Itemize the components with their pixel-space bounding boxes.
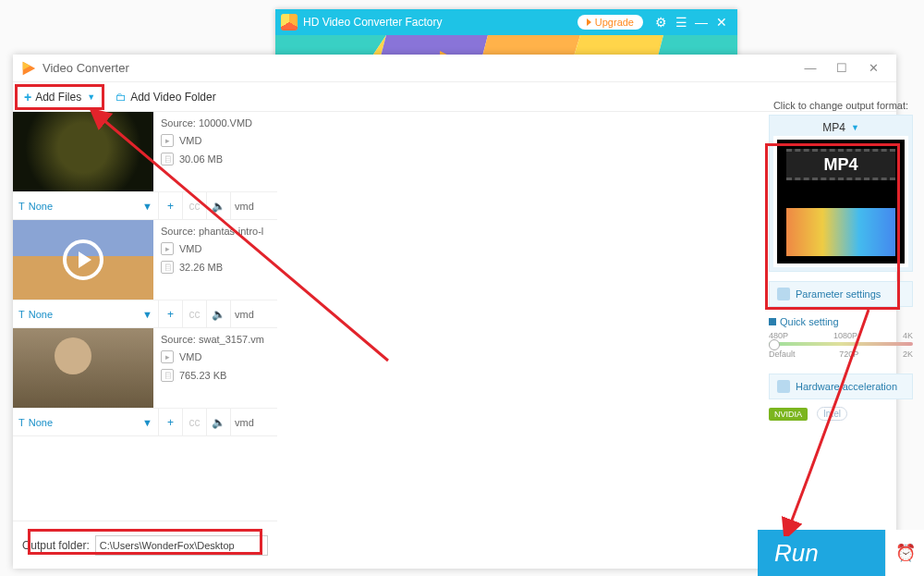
minimize-icon[interactable]: — [691,12,711,32]
output-format-card[interactable]: MP4▼ MP4 [769,115,913,272]
intel-badge: Intel [817,407,847,421]
chevron-down-icon: ▼ [87,92,95,102]
file-format: VMD [179,351,201,362]
file-item: Source: phantas-intro-l ▸VMD ⌸32.26 MB T… [13,220,277,328]
add-files-button[interactable]: + Add Files ▼ [17,86,103,108]
source-label: Source: phantas-intro-l [161,226,272,237]
add-files-label: Add Files [35,91,81,104]
schedule-clock-button[interactable]: ⏰ [885,530,924,576]
cc-button[interactable]: cc [183,409,207,435]
chevron-down-icon: ▼ [142,309,152,320]
add-folder-label: Add Video Folder [130,91,216,104]
chevron-down-icon: ▼ [851,123,859,132]
chevron-down-icon: ▼ [142,201,152,212]
play-icon [63,239,103,280]
main-title: HD Video Converter Factory [303,16,578,29]
output-footer: Output folder: C:\Users\WonderFox\Deskto… [13,521,277,569]
storage-icon: ⌸ [161,369,174,382]
format-preview-image [786,208,895,256]
output-panel: Click to change output format: MP4▼ MP4 … [769,100,913,567]
close-button[interactable]: ✕ [857,57,889,80]
settings-gear-icon[interactable]: ⚙ [650,12,671,32]
audio-icon[interactable]: 🔈 [207,409,231,435]
close-icon[interactable]: ✕ [711,12,732,32]
output-format-name: MP4 [822,121,845,134]
format-icon: ▸ [161,242,174,255]
subtitle-selector[interactable]: TNone▼ [13,300,159,327]
chip-icon [777,380,790,393]
app-logo-icon [281,14,298,31]
audio-icon[interactable]: 🔈 [207,192,231,219]
file-size: 30.06 MB [179,153,223,165]
video-thumbnail[interactable] [13,220,153,300]
hardware-acceleration-button[interactable]: Hardware acceleration [769,374,913,399]
add-subtitle-button[interactable]: + [159,192,183,219]
storage-icon: ⌸ [161,261,174,274]
file-item: Source: 10000.VMD ▸VMD ⌸30.06 MB TNone▼ … [13,112,277,220]
quick-setting-label: Quick setting [769,316,913,327]
file-size: 765.23 KB [179,370,226,381]
mp4-badge: MP4 [786,149,895,180]
nvidia-badge: NVIDIA [769,408,808,421]
upgrade-button[interactable]: Upgrade [578,15,643,30]
resolution-slider[interactable] [769,342,913,346]
source-label: Source: swat_3157.vm [161,334,272,345]
output-path-field[interactable]: C:\Users\WonderFox\Desktop [95,535,268,556]
subtitle-selector[interactable]: TNone▼ [13,192,159,219]
run-button[interactable]: Run [758,530,885,576]
format-icon: ▸ [161,134,174,147]
file-format: VMD [179,135,201,146]
add-video-folder-button[interactable]: 🗀 Add Video Folder [108,87,224,107]
add-subtitle-button[interactable]: + [159,300,183,327]
storage-icon: ⌸ [161,153,174,165]
sliders-icon [777,288,790,300]
audio-track-label[interactable]: vmd [231,309,277,320]
folder-icon: 🗀 [116,91,127,104]
text-icon: T [18,201,25,212]
plus-icon: + [24,90,31,104]
cc-button[interactable]: cc [183,300,207,327]
text-icon: T [18,417,25,428]
output-folder-label: Output folder: [22,539,90,552]
converter-titlebar: Video Converter — ☐ ✕ [13,55,896,82]
video-thumbnail[interactable] [13,112,153,191]
main-titlebar: HD Video Converter Factory Upgrade ⚙ ☰ —… [275,9,737,35]
format-icon: ▸ [161,350,174,363]
minimize-button[interactable]: — [795,57,826,80]
audio-track-label[interactable]: vmd [231,201,277,212]
subtitle-selector[interactable]: TNone▼ [13,409,159,435]
parameter-settings-button[interactable]: Parameter settings [769,281,913,307]
cc-button[interactable]: cc [183,192,207,219]
menu-list-icon[interactable]: ☰ [671,12,691,32]
run-bar: Run ⏰ [758,530,924,576]
audio-icon[interactable]: 🔈 [207,300,231,327]
maximize-button[interactable]: ☐ [826,57,857,80]
quick-setting-block: Quick setting 480P1080P4K Default720P2K [769,316,913,359]
change-format-label: Click to change output format: [769,100,913,111]
file-size: 32.26 MB [179,262,223,273]
text-icon: T [18,309,25,320]
converter-window: Video Converter — ☐ ✕ + Add Files ▼ 🗀 Ad… [13,55,896,569]
converter-logo-icon [20,60,37,77]
audio-track-label[interactable]: vmd [231,417,277,428]
file-format: VMD [179,243,201,254]
add-subtitle-button[interactable]: + [159,409,183,435]
converter-toolbar: + Add Files ▼ 🗀 Add Video Folder [13,82,896,112]
format-thumbnail: MP4 [773,136,908,267]
file-item: Source: swat_3157.vm ▸VMD ⌸765.23 KB TNo… [13,328,277,436]
source-label: Source: 10000.VMD [161,117,272,129]
file-list: Source: 10000.VMD ▸VMD ⌸30.06 MB TNone▼ … [13,112,277,521]
video-thumbnail[interactable] [13,328,153,408]
converter-title: Video Converter [43,61,129,75]
chevron-down-icon: ▼ [142,417,152,428]
